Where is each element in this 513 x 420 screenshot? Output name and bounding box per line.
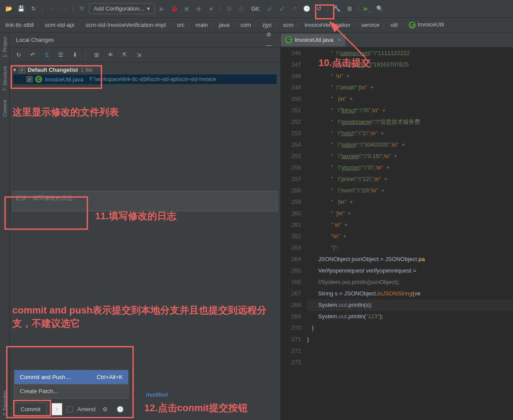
- breadcrumb-item[interactable]: service: [359, 21, 381, 29]
- build-icon[interactable]: ⚒: [77, 4, 87, 14]
- breadcrumb-item[interactable]: scm-std-api: [43, 21, 76, 29]
- structure-tool[interactable]: 7: Structure: [0, 62, 9, 96]
- back-icon[interactable]: ←: [46, 4, 57, 14]
- changelist-label: Default Changelist: [28, 66, 78, 73]
- config-label: Add Configuration...: [94, 5, 144, 12]
- editor-tab[interactable]: C InvoiceUtil.java ×: [281, 34, 345, 46]
- commit-message-input[interactable]: 记录、填写修改的日志: [12, 191, 278, 211]
- java-class-icon: C: [35, 76, 42, 83]
- left-tool-strip: 1: Project 7: Structure Commit 2: Favori…: [0, 33, 10, 420]
- create-patch-item[interactable]: Create Patch…: [15, 384, 128, 398]
- chevron-down-icon: ▾: [147, 5, 150, 12]
- amend-label: Amend: [77, 406, 95, 413]
- breadcrumb-item[interactable]: src: [175, 21, 186, 29]
- attach-icon[interactable]: ⧉: [224, 4, 235, 14]
- git-push-icon[interactable]: ↗: [289, 4, 300, 14]
- changelist-node[interactable]: ▾ ✓ Default Changelist 1 file: [13, 65, 277, 74]
- commit-split-menu: Commit and Push… Ctrl+Alt+K Create Patch…: [14, 370, 128, 398]
- code-content[interactable]: " \"saletaxnum\":\"1111122222 " \"teleph…: [307, 48, 513, 420]
- file-checkbox[interactable]: ✓: [26, 76, 33, 82]
- favorites-tool[interactable]: 2: Favorites: [0, 386, 9, 420]
- breadcrumb-item[interactable]: link-ttc-stbll: [4, 21, 36, 29]
- git-pull-icon[interactable]: ↙: [264, 4, 275, 14]
- git-history-icon[interactable]: 🕒: [301, 4, 312, 14]
- history-icon[interactable]: 🕒: [115, 404, 125, 415]
- changelist-checkbox[interactable]: ✓: [19, 67, 25, 73]
- git-commit-icon[interactable]: ✓: [277, 4, 287, 14]
- open-icon[interactable]: 📂: [4, 4, 14, 14]
- profile-icon[interactable]: ◉: [194, 4, 204, 14]
- commit-button[interactable]: Commit: [14, 403, 47, 416]
- search-icon[interactable]: 🔍: [374, 4, 385, 14]
- run-icon[interactable]: ▶: [157, 4, 167, 14]
- changed-file-row[interactable]: ✓ C InvoiceUtil.java F:\workspace\link-t…: [13, 74, 277, 84]
- close-icon[interactable]: ×: [337, 37, 341, 43]
- shelve-icon[interactable]: ⬇: [70, 50, 80, 60]
- changes-toolbar: ↻ ↶ ⇅ ☰ ⬇ ⊞ 👁 ⇱ ⇲: [10, 48, 280, 63]
- stop-icon[interactable]: ■: [206, 4, 216, 14]
- commit-dropdown-icon[interactable]: ▾: [51, 403, 62, 416]
- coverage-icon[interactable]: ▣: [181, 4, 192, 14]
- show-icon[interactable]: 👁: [105, 50, 116, 60]
- collapse-icon[interactable]: ⇲: [133, 50, 144, 60]
- refresh-icon[interactable]: ↻: [28, 4, 39, 14]
- git-revert-icon[interactable]: ↺: [314, 4, 324, 14]
- commit-tool[interactable]: Commit: [0, 96, 9, 121]
- breadcrumb-item[interactable]: zjyc: [260, 21, 274, 29]
- panel-title: Local Changes: [16, 37, 54, 43]
- breadcrumb-item[interactable]: java: [217, 21, 231, 29]
- project-tool[interactable]: 1: Project: [0, 33, 9, 62]
- group-icon[interactable]: ⊞: [91, 50, 102, 60]
- forward-icon[interactable]: →: [59, 4, 69, 14]
- target-icon[interactable]: ◎: [236, 4, 247, 14]
- gear-icon[interactable]: ⚙: [100, 404, 110, 415]
- diff-icon[interactable]: ⇅: [41, 50, 52, 60]
- breadcrumb-item[interactable]: com: [238, 21, 253, 29]
- editor-tabs: C InvoiceUtil.java ×: [281, 33, 513, 48]
- breadcrumb-item[interactable]: CInvoiceUtil: [407, 20, 446, 29]
- java-class-icon: C: [285, 37, 292, 44]
- commit-panel: Local Changes ⚙ — ↻ ↶ ⇅ ☰ ⬇ ⊞ 👁 ⇱ ⇲ ▾ ✓ …: [10, 33, 281, 420]
- run-config-dropdown[interactable]: Add Configuration... ▾: [89, 3, 155, 14]
- amend-checkbox[interactable]: [67, 406, 73, 413]
- changelist-icon[interactable]: ☰: [55, 50, 66, 60]
- line-gutter: 2462472482492502512522532542552562572582…: [281, 48, 307, 420]
- sync-icon[interactable]: ↻: [13, 50, 24, 60]
- rollback-icon[interactable]: ↶: [27, 50, 38, 60]
- file-path: F:\workspace\link-ttc-stbll\scm-std-api\…: [89, 76, 216, 82]
- changelist-count: 1 file: [81, 66, 92, 73]
- breadcrumb-item[interactable]: util: [388, 21, 399, 29]
- save-icon[interactable]: 💾: [16, 4, 26, 14]
- breadcrumb-item[interactable]: main: [194, 21, 209, 29]
- git-label: Git:: [251, 5, 260, 12]
- breadcrumb-item[interactable]: scm: [281, 21, 295, 29]
- chevron-down-icon: ▾: [13, 66, 16, 73]
- breadcrumb-item[interactable]: scm-std-InvoiceVerification-impl: [84, 21, 168, 29]
- main-toolbar: 📂 💾 ↻ ← → ⚒ Add Configuration... ▾ ▶ 🐞 ▣…: [0, 0, 513, 18]
- changelist-tree: ▾ ✓ Default Changelist 1 file ✓ C Invoic…: [10, 63, 280, 87]
- expand-icon[interactable]: ⇱: [119, 50, 130, 60]
- commit-and-push-item[interactable]: Commit and Push… Ctrl+Alt+K: [15, 370, 128, 384]
- editor: C InvoiceUtil.java × 2462472482492502512…: [281, 33, 513, 420]
- breadcrumb-item[interactable]: invoiceVerification: [303, 21, 352, 29]
- debug-icon[interactable]: 🐞: [169, 4, 180, 14]
- commit-actions: Commit and Push… Ctrl+Alt+K Create Patch…: [10, 365, 280, 420]
- structure-icon[interactable]: ⊞: [344, 4, 355, 14]
- file-name: InvoiceUtil.java: [45, 76, 83, 83]
- gear-icon[interactable]: ⚙: [264, 29, 274, 40]
- tab-label: InvoiceUtil.java: [295, 37, 333, 43]
- wrench-icon[interactable]: 🔧: [332, 4, 342, 14]
- run-anything-icon[interactable]: ▶_: [362, 4, 373, 14]
- breadcrumb: link-ttc-stbll〉scm-std-api〉scm-std-Invoi…: [0, 18, 513, 33]
